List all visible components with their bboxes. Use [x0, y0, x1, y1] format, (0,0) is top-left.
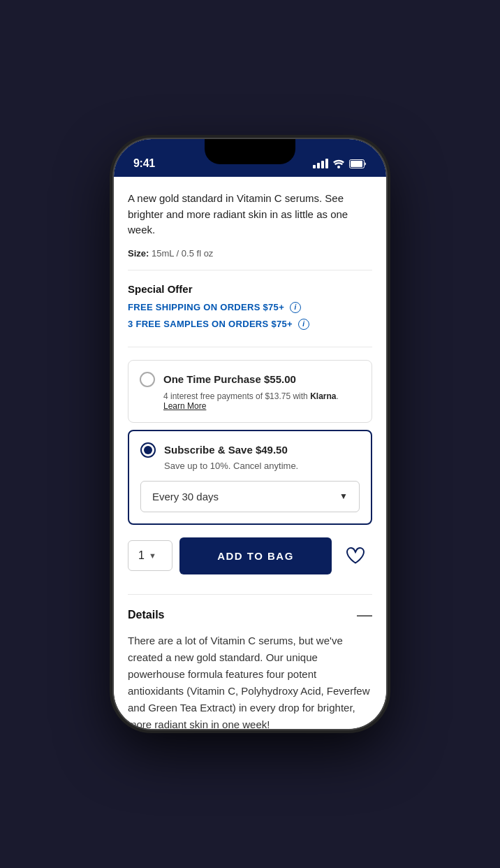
one-time-header: One Time Purchase $55.00 — [140, 372, 360, 387]
details-toggle-icon[interactable]: — — [357, 607, 372, 623]
quantity-chevron-icon: ▼ — [149, 551, 156, 560]
offer-item-1[interactable]: FREE SHIPPING ON ORDERS $75+ i — [128, 302, 372, 313]
status-time: 9:41 — [133, 157, 155, 170]
details-text: There are a lot of Vitamin C serums, but… — [128, 632, 372, 730]
add-to-bag-button[interactable]: ADD TO BAG — [179, 537, 332, 574]
details-section: Details — There are a lot of Vitamin C s… — [128, 594, 372, 730]
offer-info-icon-2[interactable]: i — [298, 319, 309, 330]
subscribe-title: Subscribe & Save $49.50 — [164, 444, 288, 456]
size-label: Size: — [128, 248, 149, 259]
one-time-option[interactable]: One Time Purchase $55.00 4 interest free… — [128, 360, 372, 423]
product-size: Size: 15mL / 0.5 fl oz — [128, 248, 372, 270]
phone-body: 9:41 — [114, 139, 386, 729]
wifi-icon — [332, 159, 345, 168]
product-description: A new gold standard in Vitamin C serums.… — [128, 191, 372, 238]
notch — [205, 139, 295, 164]
klarna-prefix: 4 interest free payments of $13.75 with — [163, 391, 308, 401]
battery-icon — [349, 159, 367, 168]
subscribe-radio-inner — [144, 446, 152, 454]
content-area: A new gold standard in Vitamin C serums.… — [114, 177, 386, 729]
offer-text-2: 3 FREE SAMPLES ON ORDERS $75+ — [128, 319, 293, 329]
klarna-brand: Klarna — [310, 391, 336, 401]
svg-point-0 — [337, 166, 340, 168]
subscribe-subtitle: Save up to 10%. Cancel anytime. — [164, 461, 360, 471]
one-time-title: One Time Purchase $55.00 — [163, 373, 296, 385]
frequency-text: Every 30 days — [152, 491, 219, 502]
quantity-selector[interactable]: 1 ▼ — [128, 540, 172, 571]
purchase-options: One Time Purchase $55.00 4 interest free… — [128, 360, 372, 525]
subscribe-radio[interactable] — [140, 442, 156, 458]
wishlist-button[interactable] — [339, 539, 372, 572]
klarna-learn-more[interactable]: Learn More — [163, 401, 206, 411]
svg-rect-2 — [351, 161, 362, 167]
status-icons — [313, 159, 367, 168]
offer-text-1: FREE SHIPPING ON ORDERS $75+ — [128, 302, 284, 312]
special-offer-section: Special Offer FREE SHIPPING ON ORDERS $7… — [128, 283, 372, 347]
chevron-down-icon: ▼ — [339, 491, 348, 501]
frequency-dropdown[interactable]: Every 30 days ▼ — [140, 481, 360, 512]
klarna-text: 4 interest free payments of $13.75 with … — [163, 391, 360, 411]
one-time-radio[interactable] — [140, 372, 155, 387]
details-header[interactable]: Details — — [128, 607, 372, 623]
size-value: 15mL / 0.5 fl oz — [152, 248, 213, 259]
heart-icon — [346, 547, 365, 565]
quantity-value: 1 — [138, 549, 145, 562]
phone-screen: 9:41 — [114, 139, 386, 729]
phone-frame: 9:41 — [0, 0, 500, 868]
signal-icon — [313, 159, 328, 168]
special-offer-title: Special Offer — [128, 283, 372, 295]
details-title: Details — [128, 609, 164, 621]
subscribe-header: Subscribe & Save $49.50 — [140, 442, 360, 458]
add-to-bag-row: 1 ▼ ADD TO BAG — [128, 537, 372, 574]
subscribe-option[interactable]: Subscribe & Save $49.50 Save up to 10%. … — [128, 430, 372, 525]
offer-info-icon-1[interactable]: i — [290, 302, 301, 313]
offer-item-2[interactable]: 3 FREE SAMPLES ON ORDERS $75+ i — [128, 319, 372, 330]
